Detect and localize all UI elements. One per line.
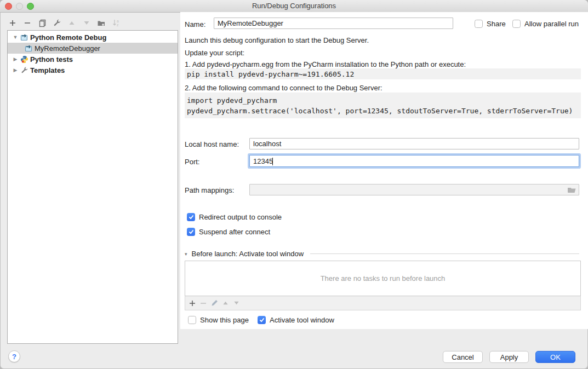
chevron-down-icon[interactable]: ▼ — [12, 34, 19, 40]
remote-debug-config-icon — [24, 44, 33, 53]
name-input[interactable] — [214, 18, 453, 29]
path-mappings-input — [249, 184, 579, 195]
suspend-after-connect-row[interactable]: Suspend after connect — [187, 228, 270, 236]
code-line: pip install pydevd-pycharm~=191.6605.12 — [187, 69, 581, 79]
code-line: import pydevd_pycharm — [187, 95, 581, 106]
step1-text: 1. Add pydevd-pycharm.egg from the PyCha… — [185, 60, 466, 68]
allow-parallel-run-checkbox[interactable] — [512, 20, 521, 28]
svg-text:a: a — [117, 19, 119, 23]
local-host-name-input[interactable] — [249, 138, 579, 149]
move-down-icon — [82, 18, 92, 28]
activate-tool-window-label: Activate tool window — [270, 316, 334, 324]
tree-item-myremotedebugger[interactable]: MyRemoteDebugger — [8, 43, 178, 54]
text-caret — [272, 158, 273, 165]
add-task-icon[interactable] — [189, 299, 196, 307]
no-tasks-text: There are no tasks to run before launch — [321, 274, 446, 282]
svg-text:z: z — [117, 23, 118, 27]
help-button[interactable]: ? — [8, 350, 20, 362]
ok-button[interactable]: OK — [535, 351, 575, 363]
templates-wrench-icon — [20, 66, 28, 74]
allow-parallel-run-label: Allow parallel run — [524, 20, 579, 28]
configurations-tree: ▼ Python Remote Debug MyRemoteDebugger ▶… — [7, 30, 178, 344]
edit-templates-icon[interactable] — [52, 18, 62, 28]
run-debug-configurations-dialog: Run/Debug Configurations az ▼ — [0, 0, 588, 369]
path-mappings-label: Path mappings: — [185, 186, 234, 194]
configurations-toolbar: az — [8, 17, 121, 29]
edit-task-icon — [210, 299, 218, 307]
share-checkbox[interactable] — [475, 20, 483, 28]
share-label: Share — [487, 20, 506, 28]
activate-tool-window-row[interactable]: Activate tool window — [258, 316, 334, 324]
before-launch-title: Before launch: Activate tool window — [192, 250, 304, 258]
update-script-text: Update your script: — [185, 49, 244, 57]
tree-item-label: Python Remote Debug — [30, 33, 106, 42]
show-this-page-row[interactable]: Show this page — [188, 316, 249, 324]
tree-item-templates[interactable]: ▶ Templates — [8, 65, 178, 76]
chevron-right-icon[interactable]: ▶ — [12, 56, 19, 62]
code-line: pydevd_pycharm.settrace('localhost', por… — [187, 106, 581, 116]
tree-item-python-remote-debug[interactable]: ▼ Python Remote Debug — [8, 32, 178, 43]
copy-configuration-icon[interactable] — [37, 18, 47, 28]
settrace-code-block: import pydevd_pycharm pydevd_pycharm.set… — [185, 93, 581, 118]
tree-item-label: Templates — [30, 66, 65, 74]
before-launch-toolbar — [185, 296, 581, 310]
local-host-name-label: Local host name: — [185, 140, 239, 148]
help-glyph: ? — [12, 353, 16, 361]
tree-item-python-tests[interactable]: ▶ Python tests — [8, 54, 178, 65]
suspend-after-connect-label: Suspend after connect — [199, 228, 270, 236]
remove-task-icon — [199, 299, 207, 307]
name-label: Name: — [185, 20, 205, 28]
remove-icon[interactable] — [22, 18, 32, 28]
new-folder-icon[interactable] — [96, 18, 106, 28]
section-collapse-icon[interactable]: ▾ — [185, 251, 187, 257]
remote-debug-config-icon — [20, 33, 28, 42]
add-icon[interactable] — [8, 18, 18, 28]
port-input[interactable] — [249, 155, 579, 167]
pip-install-code-block: pip install pydevd-pycharm~=191.6605.12 — [185, 68, 581, 79]
apply-button[interactable]: Apply — [489, 351, 529, 363]
redirect-output-row[interactable]: Redirect output to console — [187, 213, 282, 221]
move-task-up-icon — [221, 299, 229, 307]
sort-alphabetically-icon: az — [111, 18, 121, 28]
show-this-page-label: Show this page — [200, 316, 249, 324]
suspend-after-connect-checkbox[interactable] — [187, 228, 195, 236]
browse-folder-icon — [567, 186, 576, 194]
cancel-button[interactable]: Cancel — [443, 351, 483, 363]
step2-text: 2. Add the following command to connect … — [185, 84, 383, 92]
python-tests-icon — [20, 55, 28, 64]
redirect-output-checkbox[interactable] — [187, 213, 195, 221]
section-divider — [310, 253, 579, 254]
chevron-right-icon[interactable]: ▶ — [12, 67, 19, 73]
activate-tool-window-checkbox[interactable] — [258, 316, 266, 324]
title-bar: Run/Debug Configurations — [0, 0, 588, 13]
window-title: Run/Debug Configurations — [0, 2, 588, 10]
move-task-down-icon — [232, 299, 240, 307]
port-label: Port: — [185, 158, 199, 166]
show-this-page-checkbox[interactable] — [188, 316, 196, 324]
redirect-output-label: Redirect output to console — [199, 213, 282, 221]
before-launch-header: ▾ Before launch: Activate tool window — [185, 250, 579, 258]
allow-parallel-run-checkbox-row[interactable]: Allow parallel run — [512, 20, 579, 28]
intro-text: Launch this debug configuration to start… — [185, 36, 369, 44]
before-launch-tasks-list[interactable]: There are no tasks to run before launch — [185, 261, 581, 296]
tree-item-label: MyRemoteDebugger — [35, 44, 100, 53]
share-checkbox-row[interactable]: Share — [475, 20, 506, 28]
move-up-icon — [67, 18, 77, 28]
tree-item-label: Python tests — [30, 55, 73, 64]
